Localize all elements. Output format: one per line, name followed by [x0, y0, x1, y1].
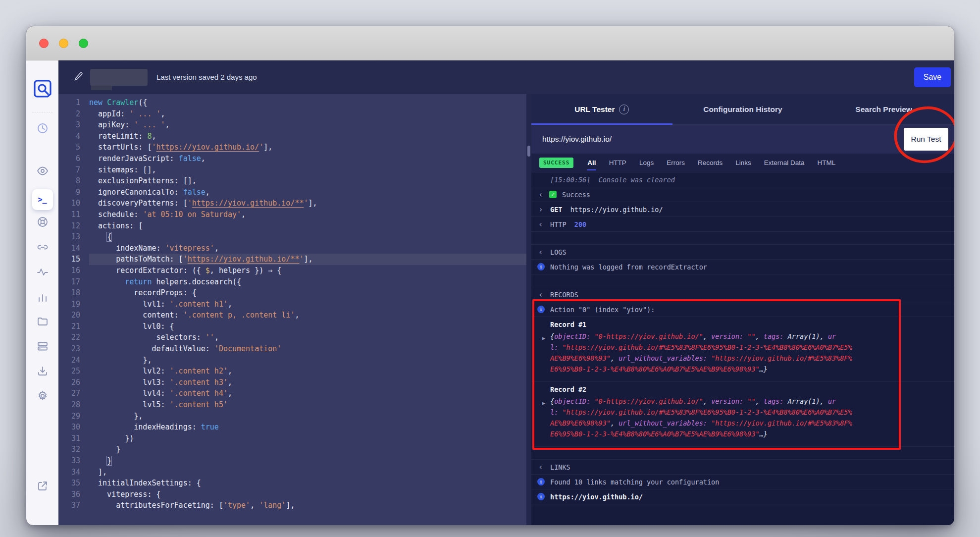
collapse-chevron-icon[interactable]: › — [538, 202, 543, 217]
line-number: 16 — [58, 265, 89, 276]
text-segment: ], — [89, 468, 107, 477]
code-text: apiKey: ' ... ', — [89, 119, 526, 131]
code-line-7: 7 sitemaps: [], — [58, 164, 526, 176]
text-segment: rateLimit: — [89, 132, 147, 141]
text-segment: indexName: — [89, 244, 165, 253]
filter-tab-links[interactable]: Links — [735, 154, 751, 172]
code-text: rateLimit: 8, — [89, 131, 526, 142]
text-segment: , — [703, 397, 711, 405]
save-button[interactable]: Save — [914, 67, 951, 87]
code-line-4: 4 rateLimit: 8, — [58, 131, 526, 142]
bar-chart-icon[interactable] — [36, 291, 49, 304]
console-row: iAction "0" (index "yiov"): — [531, 302, 954, 317]
download-icon[interactable] — [36, 365, 49, 377]
record-json-line: AE%B9%E6%98%93", url_without_variables: … — [550, 353, 942, 364]
text-segment: Found 10 links matching your configurati… — [550, 478, 719, 486]
filter-tab-html[interactable]: HTML — [818, 154, 836, 172]
line-number: 7 — [58, 164, 89, 176]
tab-search-preview[interactable]: Search Preview — [813, 94, 954, 124]
activity-icon[interactable] — [36, 266, 49, 278]
text-segment: content: — [89, 311, 183, 320]
radar-icon[interactable] — [36, 215, 49, 228]
traffic-light-close-button[interactable] — [39, 39, 49, 48]
code-text: vitepress: { — [89, 489, 526, 500]
record-json[interactable]: ▶{objectID: "0-https://yiov.github.io/",… — [550, 331, 942, 375]
collapse-chevron-icon[interactable]: ‹ — [538, 245, 543, 260]
console-row: iFound 10 links matching your configurat… — [531, 475, 954, 489]
text-segment: ' — [304, 199, 309, 208]
text-segment: ' — [299, 255, 304, 264]
expand-triangle-icon[interactable]: ▶ — [542, 333, 545, 344]
collapse-chevron-icon[interactable]: ‹ — [538, 460, 543, 475]
info-icon[interactable]: i — [619, 105, 629, 114]
text-segment: recordExtractor: ({ — [89, 266, 206, 275]
clock-icon[interactable] — [36, 122, 49, 135]
collapse-chevron-icon[interactable]: ‹ — [538, 287, 543, 302]
text-segment — [89, 232, 107, 241]
filter-tab-external-data[interactable]: External Data — [764, 154, 805, 172]
editor-scrollbar[interactable] — [526, 94, 531, 525]
filter-tab-errors[interactable]: Errors — [667, 154, 685, 172]
filter-tab-all[interactable]: All — [587, 154, 596, 172]
traffic-light-minimize-button[interactable] — [59, 39, 68, 48]
filter-tab-http[interactable]: HTTP — [609, 154, 626, 172]
code-text: lvl2: '.content h2', — [89, 366, 526, 377]
line-number: 35 — [58, 478, 89, 489]
external-link-icon[interactable] — [36, 480, 49, 492]
text-segment — [562, 206, 570, 214]
text-segment: , — [228, 389, 232, 398]
text-segment: Crawler — [107, 98, 138, 107]
test-url-input[interactable]: https://yiov.github.io/ — [542, 135, 612, 144]
eye-icon[interactable] — [36, 164, 49, 177]
collapse-chevron-icon[interactable]: ‹ — [538, 217, 543, 232]
tab-configuration-history[interactable]: Configuration History — [672, 94, 814, 124]
text-segment: ' — [188, 199, 192, 208]
crawler-name-redacted[interactable] — [90, 69, 148, 86]
text-segment: { — [550, 332, 554, 340]
filter-tab-logs[interactable]: Logs — [639, 154, 654, 172]
text-segment: https://yiov.github.io/ — [570, 206, 663, 214]
line-number: 9 — [58, 187, 89, 198]
code-line-13: 13 { — [58, 231, 526, 243]
text-segment: l: — [550, 408, 558, 416]
tab-label: Configuration History — [703, 105, 782, 114]
text-segment: Array(1) — [788, 332, 820, 340]
link-icon[interactable] — [36, 241, 49, 254]
text-segment: Array(1) — [788, 397, 820, 405]
line-number: 17 — [58, 276, 89, 288]
edit-pencil-icon[interactable] — [73, 71, 84, 84]
servers-icon[interactable] — [36, 340, 49, 353]
record-json[interactable]: ▶{objectID: "0-https://yiov.github.io/",… — [550, 396, 942, 439]
screenshot-stage: >_ — [0, 0, 980, 537]
line-number: 29 — [58, 411, 89, 422]
line-number: 14 — [58, 243, 89, 254]
code-line-24: 24 }, — [58, 355, 526, 366]
line-number: 10 — [58, 198, 89, 209]
text-segment: renderJavaScript: — [89, 154, 179, 163]
panel-tabs: URL TesteriConfiguration HistorySearch P… — [531, 94, 954, 125]
filter-tab-records[interactable]: Records — [698, 154, 722, 172]
text-segment: tags: — [764, 332, 784, 340]
expand-triangle-icon[interactable]: ▶ — [542, 398, 545, 409]
text-segment: lvl2: — [89, 367, 170, 376]
last-saved-note: Last version saved 2 days ago — [156, 73, 257, 82]
run-test-button[interactable]: Run Test — [904, 128, 948, 151]
code-text: lvl3: '.content h3', — [89, 377, 526, 388]
traffic-light-zoom-button[interactable] — [79, 39, 88, 48]
text-segment — [784, 332, 788, 340]
editor-scrollbar-handle[interactable] — [527, 146, 530, 157]
text-segment: , — [756, 332, 764, 340]
text-segment: '.content h2' — [170, 367, 228, 376]
console-row: ‹LINKS — [531, 460, 954, 475]
terminal-icon[interactable]: >_ — [32, 189, 53, 210]
text-segment: ur — [828, 332, 836, 340]
folder-icon[interactable] — [36, 315, 49, 328]
code-text: pathsToMatch: ['https://yiov.github.io/*… — [89, 254, 526, 265]
collapse-chevron-icon[interactable]: ‹ — [538, 187, 543, 202]
tab-url-tester[interactable]: URL Testeri — [531, 94, 672, 124]
algolia-logo-icon[interactable] — [32, 78, 53, 99]
code-editor[interactable]: 1new Crawler({2 appId: ' ... ',3 apiKey:… — [58, 94, 526, 525]
code-text: } — [89, 455, 526, 467]
gear-icon[interactable] — [36, 389, 49, 402]
text-segment: { — [550, 397, 554, 405]
